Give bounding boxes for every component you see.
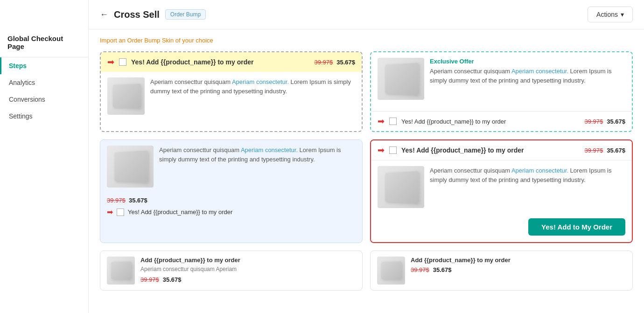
app-title: Global Checkout Page <box>7 35 81 50</box>
top-header-left: ← Cross Sell Order Bump <box>100 9 206 20</box>
card-6-body: Add {{product_name}} to my order 39.97$ … <box>371 251 632 290</box>
card-4-cta-area: Yes! Add to My Order <box>371 214 632 242</box>
card-4-price-old: 39.97$ <box>584 147 603 154</box>
card-6-prices: 39.97$ 35.67$ <box>411 266 626 273</box>
sidebar-item-steps-label: Steps <box>9 62 27 70</box>
card-1-price-new: 35.67$ <box>336 59 355 66</box>
card-2-top: Exclusive Offer Aperiam consecttur quisq… <box>378 58 625 100</box>
cards-grid: ➡ Yes! Add {{product_name}} to my order … <box>100 51 633 291</box>
card-5-product-image <box>107 257 135 285</box>
page-section-title: Cross Sell <box>114 9 160 20</box>
card-5-prices: 39.97$ 35.67$ <box>140 276 356 283</box>
sidebar-item-settings-label: Settings <box>9 112 33 120</box>
skin-card-1: ➡ Yes! Add {{product_name}} to my order … <box>100 51 363 132</box>
card-4-price-new: 35.67$ <box>607 147 625 154</box>
card-1-checkbox[interactable] <box>119 58 126 66</box>
card-3-cta: ➡ Yes! Add {{product_name}} to my order <box>107 208 356 216</box>
sidebar-item-conversions-label: Conversions <box>9 96 45 103</box>
skin-card-4: ➡ Yes! Add {{product_name}} to my order … <box>370 139 633 243</box>
skin-card-3: Aperiam consecttur quisquam Aperiam cons… <box>100 139 363 243</box>
content-area: Import an Order Bump Skin of your choice… <box>89 29 644 313</box>
card-2-cta-text: Yes! Add {{product_name}} to my order <box>401 118 506 125</box>
card-4-desc: Aperiam consecttur quisquam Aperiam cons… <box>430 166 625 208</box>
sidebar-item-analytics[interactable]: Analytics <box>0 74 88 91</box>
card-6-info: Add {{product_name}} to my order 39.97$ … <box>411 257 626 285</box>
card-2-product-image <box>378 58 424 100</box>
product-box-icon-3 <box>114 150 148 182</box>
top-header: ← Cross Sell Order Bump Actions ▾ <box>89 0 644 29</box>
order-bump-badge: Order Bump <box>165 9 206 20</box>
card-1-cta-text: Yes! Add {{product_name}} to my order <box>131 58 253 66</box>
card-3-product-image <box>107 146 154 188</box>
skin-card-6: Add {{product_name}} to my order 39.97$ … <box>370 250 633 291</box>
card-3-bottom: 39.97$ 35.67$ ➡ Yes! Add {{product_name}… <box>100 193 362 223</box>
import-text: Import an Order Bump Skin of your choice <box>100 37 633 44</box>
sidebar-item-analytics-label: Analytics <box>9 79 35 86</box>
product-box-icon-4 <box>385 171 419 203</box>
card-4-prices: 39.97$ 35.67$ <box>584 147 625 154</box>
card-2-footer: ➡ Yes! Add {{product_name}} to my order … <box>371 111 632 131</box>
sidebar: Global Checkout Page Steps Analytics Con… <box>0 0 89 313</box>
card-1-product-image <box>107 77 145 115</box>
card-5-price-new: 35.67$ <box>163 276 182 283</box>
product-box-icon-6 <box>381 261 402 280</box>
card-4-cta-text: Yes! Add {{product_name}} to my order <box>401 146 524 154</box>
card-2-inner: Exclusive Offer Aperiam consecttur quisq… <box>371 52 632 111</box>
actions-button[interactable]: Actions ▾ <box>588 7 633 22</box>
card-3-checkbox[interactable] <box>117 209 124 216</box>
card-3-body: Aperiam consecttur quisquam Aperiam cons… <box>100 140 362 193</box>
card-4-product-image <box>378 166 424 208</box>
add-to-order-button[interactable]: Yes! Add to My Order <box>528 218 625 236</box>
card-4-body: Aperiam consecttur quisquam Aperiam cons… <box>371 160 632 214</box>
card-2-prices: 39.97$ 35.67$ <box>584 118 625 125</box>
card-6-product-image <box>377 257 405 285</box>
card-3-desc: Aperiam consecttur quisquam Aperiam cons… <box>159 146 356 188</box>
card-2-checkbox[interactable] <box>389 118 397 125</box>
chevron-down-icon: ▾ <box>621 11 624 18</box>
arrow-right-icon-4: ➡ <box>378 145 385 155</box>
arrow-right-icon-2: ➡ <box>378 116 385 126</box>
card-4-header: ➡ Yes! Add {{product_name}} to my order … <box>371 140 632 160</box>
card-3-cta-text: Yes! Add {{product_name}} to my order <box>128 209 232 216</box>
card-3-price-new: 35.67$ <box>129 197 147 204</box>
product-box-icon <box>113 84 141 109</box>
card-1-body: Aperiam consecttur quisquam Aperiam cons… <box>101 72 362 120</box>
card-3-price-old: 39.97$ <box>107 197 126 204</box>
exclusive-label: Exclusive Offer <box>430 58 625 65</box>
skin-card-5: Add {{product_name}} to my order Aperiam… <box>100 250 363 291</box>
card-4-checkbox[interactable] <box>389 146 397 154</box>
back-button[interactable]: ← <box>100 10 108 20</box>
card-6-price-old: 39.97$ <box>411 266 429 273</box>
card-5-price-old: 39.97$ <box>140 276 159 283</box>
card-6-title: Add {{product_name}} to my order <box>411 257 626 264</box>
actions-label: Actions <box>596 11 618 18</box>
card-3-prices: 39.97$ 35.67$ <box>107 197 356 204</box>
card-1-desc: Aperiam consecttur quisquam Aperiam cons… <box>150 77 355 115</box>
card-2-price-old: 39.97$ <box>584 118 603 125</box>
arrow-right-icon: ➡ <box>107 57 114 67</box>
card-6-price-new: 35.67$ <box>433 266 452 273</box>
card-5-desc: Aperiam consecttur quisquam Aperiam <box>140 265 356 273</box>
card-5-info: Add {{product_name}} to my order Aperiam… <box>140 257 356 285</box>
card-2-price-new: 35.67$ <box>607 118 625 125</box>
product-box-icon-2 <box>385 63 419 95</box>
card-1-header: ➡ Yes! Add {{product_name}} to my order … <box>101 52 362 72</box>
arrow-right-icon-3: ➡ <box>107 208 113 216</box>
sidebar-item-settings[interactable]: Settings <box>0 108 88 125</box>
card-1-prices: 39.97$ 35.67$ <box>314 59 355 66</box>
card-5-body: Add {{product_name}} to my order Aperiam… <box>100 251 362 290</box>
card-2-info: Exclusive Offer Aperiam consecttur quisq… <box>430 58 625 100</box>
card-5-title: Add {{product_name}} to my order <box>140 257 356 264</box>
sidebar-item-conversions[interactable]: Conversions <box>0 91 88 108</box>
card-2-desc: Aperiam consecttur quisquam Aperiam cons… <box>430 68 611 84</box>
app-header: Global Checkout Page <box>0 28 88 57</box>
skin-card-2: Exclusive Offer Aperiam consecttur quisq… <box>370 51 633 132</box>
product-box-icon-5 <box>111 261 132 280</box>
main-area: ← Cross Sell Order Bump Actions ▾ Import… <box>89 0 644 313</box>
sidebar-item-steps[interactable]: Steps <box>0 57 88 74</box>
card-1-price-old: 39.97$ <box>314 59 333 66</box>
